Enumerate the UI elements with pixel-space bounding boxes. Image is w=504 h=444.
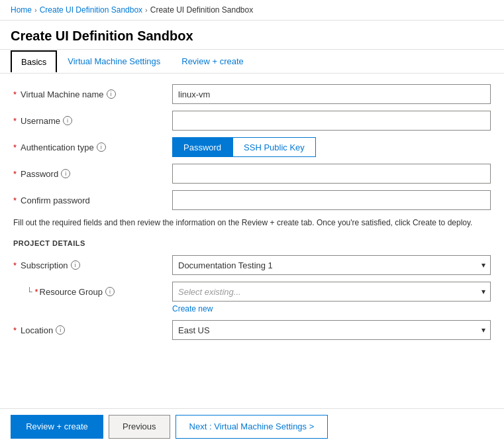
footer: Review + create Previous Next : Virtual … bbox=[0, 408, 504, 444]
breadcrumb-sandbox[interactable]: Create UI Definition Sandbox bbox=[40, 5, 142, 15]
breadcrumb-current: Create UI Definition Sandbox bbox=[150, 5, 253, 15]
rg-connector: └ bbox=[26, 287, 32, 296]
tab-review-create[interactable]: Review + create bbox=[171, 50, 254, 73]
location-row: * Location i East US ▾ bbox=[13, 320, 491, 340]
username-label: * Username i bbox=[13, 116, 172, 126]
vm-name-required: * bbox=[13, 89, 17, 99]
confirm-password-row: * Confirm password bbox=[13, 190, 491, 210]
location-select[interactable]: East US bbox=[172, 320, 491, 340]
confirm-password-input[interactable] bbox=[172, 190, 491, 210]
password-input[interactable] bbox=[172, 164, 491, 184]
previous-button[interactable]: Previous bbox=[109, 415, 170, 439]
subscription-label: * Subscription i bbox=[13, 260, 172, 270]
resource-group-label-col: └ * Resource Group i bbox=[13, 287, 172, 297]
breadcrumb-home[interactable]: Home bbox=[11, 5, 32, 15]
auth-type-required: * bbox=[13, 142, 17, 152]
breadcrumb-sep-2: › bbox=[145, 6, 148, 14]
auth-ssh-btn[interactable]: SSH Public Key bbox=[232, 137, 316, 157]
subscription-required: * bbox=[13, 260, 17, 270]
resource-group-inner: └ * Resource Group i Select existing... … bbox=[13, 282, 491, 302]
resource-group-select[interactable]: Select existing... bbox=[172, 282, 491, 302]
password-label: * Password i bbox=[13, 169, 172, 179]
breadcrumb: Home › Create UI Definition Sandbox › Cr… bbox=[0, 0, 504, 21]
breadcrumb-sep-1: › bbox=[34, 6, 37, 14]
auth-type-info-icon[interactable]: i bbox=[97, 142, 106, 152]
auth-type-label: * Authentication type i bbox=[13, 142, 172, 152]
subscription-select[interactable]: Documentation Testing 1 bbox=[172, 255, 491, 275]
subscription-row: * Subscription i Documentation Testing 1… bbox=[13, 255, 491, 275]
tab-basics[interactable]: Basics bbox=[11, 50, 57, 72]
page-title: Create UI Definition Sandbox bbox=[11, 28, 493, 44]
tabs-bar: Basics Virtual Machine Settings Review +… bbox=[0, 50, 504, 74]
vm-name-label: * Virtual Machine name i bbox=[13, 89, 172, 99]
username-input[interactable] bbox=[172, 111, 491, 131]
next-button[interactable]: Next : Virtual Machine Settings > bbox=[176, 415, 328, 439]
rg-required: * bbox=[35, 287, 38, 297]
auth-type-group: Password SSH Public Key bbox=[172, 137, 316, 157]
confirm-password-label: * Confirm password bbox=[13, 195, 172, 205]
password-row: * Password i bbox=[13, 164, 491, 184]
vm-name-input[interactable] bbox=[172, 84, 491, 104]
location-label: * Location i bbox=[13, 325, 172, 335]
vm-name-info-icon[interactable]: i bbox=[107, 89, 116, 99]
auth-type-row: * Authentication type i Password SSH Pub… bbox=[13, 137, 491, 157]
resource-group-row: └ * Resource Group i Select existing... … bbox=[13, 282, 491, 313]
location-info-icon[interactable]: i bbox=[56, 325, 65, 335]
username-info-icon[interactable]: i bbox=[63, 116, 72, 125]
confirm-password-required: * bbox=[13, 195, 17, 205]
main-content: * Virtual Machine name i * Username i * … bbox=[0, 74, 504, 389]
resource-group-select-wrapper: Select existing... ▾ bbox=[172, 282, 491, 302]
password-info-icon[interactable]: i bbox=[61, 169, 70, 178]
password-required: * bbox=[13, 169, 17, 179]
page-header: Create UI Definition Sandbox bbox=[0, 21, 504, 50]
location-required: * bbox=[13, 325, 17, 335]
location-select-wrapper: East US ▾ bbox=[172, 320, 491, 340]
review-create-button[interactable]: Review + create bbox=[11, 415, 103, 439]
subscription-info-icon[interactable]: i bbox=[71, 260, 80, 270]
project-details-title: PROJECT DETAILS bbox=[13, 239, 491, 247]
info-text: Fill out the required fields and then re… bbox=[13, 217, 491, 229]
create-new-link[interactable]: Create new bbox=[172, 304, 491, 313]
subscription-select-wrapper: Documentation Testing 1 ▾ bbox=[172, 255, 491, 275]
username-row: * Username i bbox=[13, 111, 491, 131]
rg-info-icon[interactable]: i bbox=[105, 287, 115, 296]
vm-name-row: * Virtual Machine name i bbox=[13, 84, 491, 104]
tab-vm-settings[interactable]: Virtual Machine Settings bbox=[57, 50, 171, 73]
auth-password-btn[interactable]: Password bbox=[172, 137, 232, 157]
username-required: * bbox=[13, 116, 17, 126]
